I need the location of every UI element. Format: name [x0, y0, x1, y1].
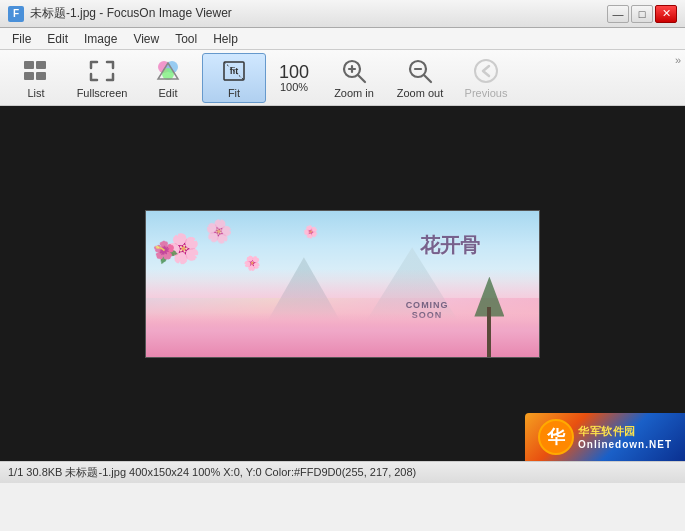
svg-rect-1 — [36, 61, 46, 69]
status-bar: 1/1 30.8KB 未标题-1.jpg 400x150x24 100% X:0… — [0, 461, 685, 483]
menu-view[interactable]: View — [125, 30, 167, 48]
menu-bar: File Edit Image View Tool Help — [0, 28, 685, 50]
previous-label: Previous — [465, 87, 508, 99]
menu-help[interactable]: Help — [205, 30, 246, 48]
img-trees — [459, 277, 519, 357]
watermark-line1: 华军软件园 — [578, 424, 672, 439]
watermark-line2: Onlinedown.NET — [578, 439, 672, 450]
window-title: 未标题-1.jpg - FocusOn Image Viewer — [30, 5, 601, 22]
zoom-in-button[interactable]: Zoom in — [322, 53, 386, 103]
svg-rect-3 — [36, 72, 46, 80]
viewer-area: 🌸 🌸 🌺 🌸 🌸 花开骨 COMINGSOON 华 华军软件园 Onlined… — [0, 106, 685, 461]
list-label: List — [27, 87, 44, 99]
fit-icon: fit — [218, 57, 250, 85]
minimize-button[interactable]: — — [607, 5, 629, 23]
img-title-text: 花开骨 — [420, 232, 480, 259]
svg-rect-2 — [24, 72, 34, 80]
menu-file[interactable]: File — [4, 30, 39, 48]
zoom-percent: 100% — [280, 81, 308, 93]
fullscreen-icon — [86, 57, 118, 85]
svg-rect-0 — [24, 61, 34, 69]
close-button[interactable]: ✕ — [655, 5, 677, 23]
zoom-in-label: Zoom in — [334, 87, 374, 99]
svg-point-17 — [475, 60, 497, 82]
toolbar: List Fullscreen Edit f — [0, 50, 685, 106]
edit-button[interactable]: Edit — [136, 53, 200, 103]
svg-line-16 — [424, 75, 431, 82]
status-text: 1/1 30.8KB 未标题-1.jpg 400x150x24 100% X:0… — [8, 465, 416, 480]
zoom-out-label: Zoom out — [397, 87, 443, 99]
watermark-icon: 华 — [538, 419, 574, 455]
menu-tool[interactable]: Tool — [167, 30, 205, 48]
image-canvas: 🌸 🌸 🌺 🌸 🌸 花开骨 COMINGSOON — [146, 211, 539, 357]
fit-label: Fit — [228, 87, 240, 99]
image-display: 🌸 🌸 🌺 🌸 🌸 花开骨 COMINGSOON — [145, 210, 540, 358]
zoom-out-icon — [404, 57, 436, 85]
zoom-in-icon — [338, 57, 370, 85]
img-flower2: 🌸 — [203, 216, 234, 246]
fullscreen-label: Fullscreen — [77, 87, 128, 99]
svg-line-13 — [358, 75, 365, 82]
menu-edit[interactable]: Edit — [39, 30, 76, 48]
previous-button[interactable]: Previous — [454, 53, 518, 103]
img-tree-trunk — [487, 307, 491, 357]
svg-line-9 — [224, 62, 244, 80]
watermark: 华 华军软件园 Onlinedown.NET — [525, 413, 685, 461]
list-icon — [20, 57, 52, 85]
zoom-out-button[interactable]: Zoom out — [388, 53, 452, 103]
window-controls: — □ ✕ — [607, 5, 677, 23]
fullscreen-button[interactable]: Fullscreen — [70, 53, 134, 103]
edit-icon — [152, 57, 184, 85]
edit-label: Edit — [159, 87, 178, 99]
zoom-number: 100 — [279, 63, 309, 81]
fit-button[interactable]: fit Fit — [202, 53, 266, 103]
list-button[interactable]: List — [4, 53, 68, 103]
watermark-text: 华军软件园 Onlinedown.NET — [578, 424, 672, 450]
title-bar: F 未标题-1.jpg - FocusOn Image Viewer — □ ✕ — [0, 0, 685, 28]
menu-image[interactable]: Image — [76, 30, 125, 48]
maximize-button[interactable]: □ — [631, 5, 653, 23]
toolbar-expand-icon[interactable]: » — [675, 54, 681, 66]
app-icon: F — [8, 6, 24, 22]
previous-icon — [470, 57, 502, 85]
zoom-display: 100 100% — [268, 53, 320, 103]
